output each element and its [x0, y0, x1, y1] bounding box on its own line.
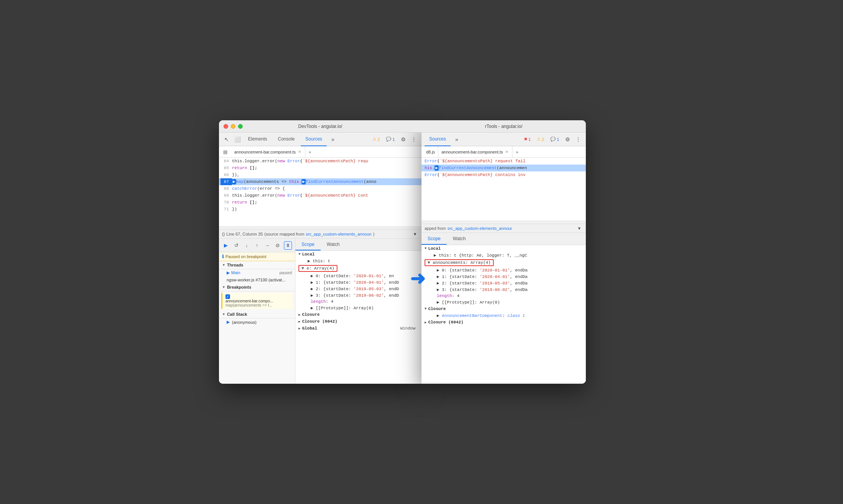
breakpoints-section-header[interactable]: ▼ Breakpoints [219, 283, 295, 291]
tab-sources-right[interactable]: Sources [425, 132, 451, 146]
maximize-button[interactable] [238, 124, 243, 129]
scope-ann-3[interactable]: ▶ 3: {startDate: '2019-06-02', endDa [422, 286, 586, 293]
scope-closure2-header[interactable]: ▶ Closure (6042) [295, 318, 422, 325]
scope-ann-2[interactable]: ▶ 2: {startDate: '2019-05-03', endDa [422, 280, 586, 286]
resume-btn[interactable]: ▶ [222, 241, 230, 250]
settings-icon[interactable]: ⚙ [399, 135, 408, 144]
tab-scope-left[interactable]: Scope [295, 239, 321, 250]
threads-arrow: ▼ [222, 263, 225, 267]
format-btn[interactable]: {} [222, 232, 225, 236]
scope-global-header[interactable]: ▶ Global Window [295, 325, 422, 332]
breakpoint-checkbox[interactable]: ✓ [225, 294, 230, 299]
breakpoints-label: Breakpoints [227, 285, 251, 289]
scope-announcements-array[interactable]: ▼ announcements: Array(4) [422, 258, 586, 267]
comparison-arrow: ➜ [410, 268, 425, 289]
scope-content-right: ▼ Local ▶ this: t {http: Ae, logger: T, … [422, 245, 586, 382]
close-button[interactable] [224, 124, 228, 129]
panel-tabs-right: Scope Watch [422, 233, 586, 245]
threads-section-header[interactable]: ▼ Threads [219, 261, 295, 269]
scope-e-0[interactable]: ▶ 0: {startDate: '2020-01-01', en [295, 273, 422, 279]
more-files-icon-right[interactable]: » [512, 147, 522, 157]
breakpoint-1[interactable]: ✓ announcement-bar.compo... map(announce… [221, 293, 293, 309]
warning-badge-right: ⚠ 2 [535, 136, 546, 142]
scope-closure2-header-right[interactable]: ▶ Closure (6042) [422, 319, 586, 326]
scope-e-1[interactable]: ▶ 1: {startDate: '2020-04-01', endD [295, 279, 422, 286]
callstack-active-icon: ▶ [227, 320, 230, 325]
scope-panel-left: Scope Watch ▼ Local ▶ this: t [295, 239, 422, 384]
code-line-69: 69 this.logger.error(new Error(`${announ… [219, 192, 422, 199]
callstack-arrow: ▼ [222, 312, 225, 316]
cursor-icon[interactable]: ↖ [222, 135, 231, 144]
code-line-68: 68 catchError(error => { [219, 185, 422, 192]
status-dropdown-right[interactable]: ▼ [576, 225, 583, 232]
source-map-link-right[interactable]: src_app_custom-elements_annour [447, 226, 512, 231]
tab-watch-right[interactable]: Watch [447, 233, 472, 245]
scope-local-header-right[interactable]: ▼ Local [422, 245, 586, 252]
step-over-btn[interactable]: ↺ [232, 241, 240, 250]
paused-text: Paused on breakpoint [225, 254, 266, 259]
code-editor-right: Error(`${announcementsPath} request fail… [422, 158, 586, 221]
scope-this-right[interactable]: ▶ this: t {http: Ae, logger: T, __ngC [422, 252, 586, 258]
sidebar-toggle[interactable]: ▤ [220, 147, 230, 157]
callstack-section-header[interactable]: ▼ Call Stack [219, 310, 295, 318]
scope-prototype-right[interactable]: ▶ [[Prototype]]: Array(0) [422, 299, 586, 305]
scope-ann-0[interactable]: ▶ 0: {startDate: '2020-01-01', endDa [422, 267, 586, 273]
close-tab-icon[interactable]: ✕ [297, 149, 302, 154]
pause-btn[interactable]: ⏸ [284, 241, 292, 250]
more-tabs-icon-right[interactable]: » [452, 135, 461, 144]
scope-prototype[interactable]: ▶ [[Prototype]]: Array(0) [295, 305, 422, 311]
code-line-right-2: his.▶findCurrentAnnouncement(announcemen [422, 165, 586, 171]
callstack-item-1[interactable]: ▶ (anonymous) [219, 318, 295, 326]
scope-this[interactable]: ▶ this: t [295, 258, 422, 264]
left-devtools-window: DevTools - angular.io/ ↖ ⬜ Elements Cons… [219, 120, 422, 384]
file-tab-bar-right: d8.js announcement-bar.component.ts ✕ » [422, 146, 586, 158]
file-tab-main[interactable]: announcement-bar.component.ts ✕ [231, 146, 305, 158]
more-options-icon-right[interactable]: ⋮ [574, 135, 583, 144]
scope-e-array[interactable]: ▼ e: Array(4) [295, 264, 422, 273]
more-files-icon[interactable]: » [305, 147, 315, 157]
tab-elements[interactable]: Elements [243, 132, 272, 146]
message-badge: 💬 1 [384, 136, 397, 142]
scope-e-2[interactable]: ▶ 2: {startDate: '2019-05-03', endD [295, 286, 422, 292]
source-map-link[interactable]: src_app_custom-elements_announ [306, 232, 371, 236]
more-options-icon[interactable]: ⋮ [409, 135, 418, 144]
thread-worker[interactable]: ngsw-worker.js #7100 (activat... [219, 276, 295, 283]
code-editor-left: 64 this.logger.error(new Error(`${announ… [219, 158, 422, 226]
minimize-button[interactable] [231, 124, 235, 129]
file-tab-main-right[interactable]: announcement-bar.component.ts ✕ [438, 146, 512, 158]
deactivate-btn[interactable]: ⊘ [274, 241, 282, 250]
scope-announcement-class[interactable]: ▶ AnnouncementBarComponent: class t [422, 312, 586, 319]
tab-sources[interactable]: Sources [301, 132, 327, 146]
step-btn[interactable]: → [263, 241, 271, 250]
status-bar-right: apped from src_app_custom-elements_annou… [422, 224, 586, 233]
scope-panel-right: Scope Watch ▼ Local ▶ this: t {http: Ae,… [422, 233, 586, 382]
breakpoints-list: ✓ announcement-bar.compo... map(announce… [219, 291, 295, 310]
status-dropdown[interactable]: ▼ [412, 231, 418, 237]
settings-icon-right[interactable]: ⚙ [563, 135, 572, 144]
scope-closure-header[interactable]: ▶ Closure [295, 311, 422, 318]
more-tabs-icon[interactable]: » [328, 135, 337, 144]
scope-length[interactable]: length: 4 [295, 299, 422, 305]
step-into-btn[interactable]: ↓ [243, 241, 251, 250]
step-out-btn[interactable]: ↑ [253, 241, 261, 250]
threads-label: Threads [227, 263, 243, 267]
horizontal-scrollbar[interactable] [219, 226, 422, 229]
tab-scope-right[interactable]: Scope [422, 233, 447, 245]
scope-closure-header-right[interactable]: ▼ Closure [422, 305, 586, 312]
code-line-65: 65 return []; [219, 165, 422, 171]
code-line-70: 70 return []; [219, 199, 422, 206]
error-badge-right: ✖ 1 [522, 136, 533, 142]
tab-console[interactable]: Console [273, 132, 299, 146]
device-icon[interactable]: ⬜ [233, 135, 242, 144]
paused-notice: ℹ Paused on breakpoint [219, 252, 295, 261]
tab-watch-left[interactable]: Watch [321, 239, 346, 250]
scope-e-3[interactable]: ▶ 3: {startDate: '2019-06-02', endD [295, 292, 422, 299]
horizontal-scrollbar-right[interactable] [422, 221, 586, 224]
scope-local-header[interactable]: ▼ Local [295, 251, 422, 258]
scope-length-right[interactable]: length: 4 [422, 293, 586, 299]
thread-main[interactable]: ▶Main paused [219, 269, 295, 276]
file-tab-d8[interactable]: d8.js [423, 146, 438, 158]
location-text: Line 67, Column 35 [226, 232, 263, 236]
scope-ann-1[interactable]: ▶ 1: {startDate: '2020-04-01', endDa [422, 273, 586, 280]
close-tab-icon-right[interactable]: ✕ [504, 149, 509, 154]
